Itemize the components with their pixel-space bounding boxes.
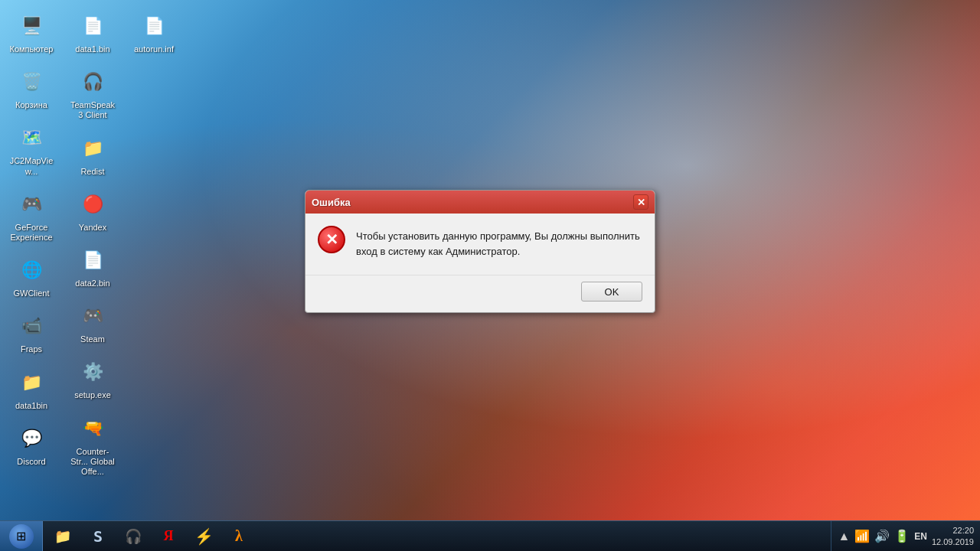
taskbar-icon-files[interactable]: 📁 <box>46 522 80 551</box>
taskbar-icon-yandex[interactable]: Я <box>152 522 185 551</box>
dialog-titlebar: Ошибка ✕ <box>305 191 655 214</box>
tray-time-value: 22:20 <box>952 525 974 536</box>
dialog-title: Ошибка <box>312 197 351 208</box>
taskbar-icon-steam[interactable]: S <box>81 522 115 551</box>
tray-date-value: 12.09.2019 <box>932 536 974 547</box>
dialog-overlay: Ошибка ✕ ✕ Чтобы установить данную прогр… <box>0 0 980 551</box>
system-tray: ▲ 📶 🔊 🔋 EN 22:20 12.09.2019 <box>831 521 980 551</box>
taskbar-icon-halflife[interactable]: λ <box>222 522 256 551</box>
start-button[interactable]: ⊞ <box>0 521 43 552</box>
tray-clock[interactable]: 22:20 12.09.2019 <box>932 525 974 547</box>
tray-language[interactable]: EN <box>914 531 927 542</box>
dialog-message: Чтобы установить данную программу, Вы до… <box>356 226 642 259</box>
dialog-body: ✕ Чтобы установить данную программу, Вы … <box>305 214 655 275</box>
start-orb-icon: ⊞ <box>9 524 34 549</box>
taskbar-icons: 📁 S 🎧 Я ⚡ λ <box>46 522 831 551</box>
tray-network-icon[interactable]: 📶 <box>854 529 870 543</box>
taskbar-icon-flash[interactable]: ⚡ <box>187 522 220 551</box>
tray-battery-icon[interactable]: 🔋 <box>894 529 910 543</box>
taskbar-icon-headset[interactable]: 🎧 <box>116 522 150 551</box>
error-icon: ✕ <box>318 226 345 253</box>
tray-expand-icon[interactable]: ▲ <box>838 530 850 543</box>
dialog-footer: OK <box>305 275 655 312</box>
tray-volume-icon[interactable]: 🔊 <box>874 529 890 543</box>
taskbar: ⊞ 📁 S 🎧 Я ⚡ λ ▲ 📶 🔊 🔋 EN 22:20 12.09.201… <box>0 520 980 551</box>
error-dialog: Ошибка ✕ ✕ Чтобы установить данную прогр… <box>305 190 655 313</box>
dialog-close-button[interactable]: ✕ <box>633 194 648 210</box>
ok-button[interactable]: OK <box>581 282 642 302</box>
